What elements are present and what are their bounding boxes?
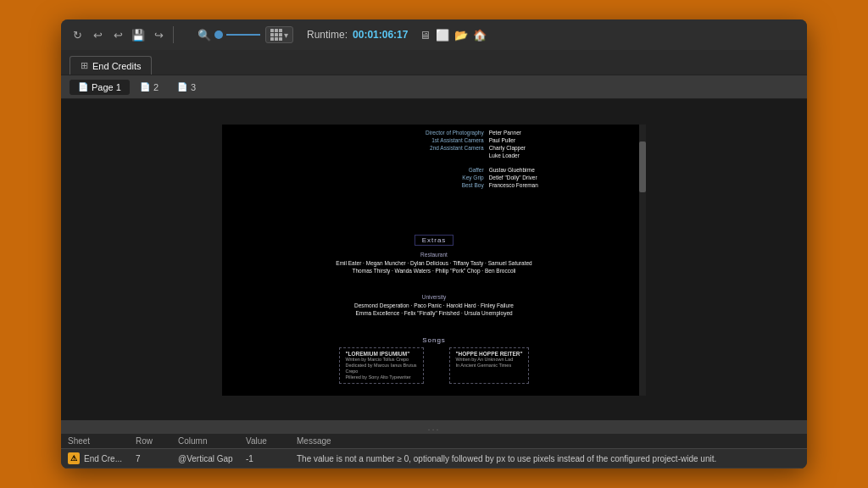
- save-icon[interactable]: 💾: [131, 27, 146, 42]
- bestboy-value: Francesco Foreman: [489, 181, 538, 189]
- scrollbar-thumb[interactable]: [639, 141, 646, 192]
- bestboy-label: Best Boy: [426, 181, 489, 189]
- divider-1: [173, 26, 174, 43]
- grid-icon: [270, 29, 282, 41]
- page1-label: Page 1: [92, 82, 121, 92]
- app-window: ↻ ↩ ↩ 💾 ↪ 🔍 ▾ Runtime: 00:01:06:17 🖥 ⬜ 📂…: [61, 19, 807, 469]
- redo-icon[interactable]: ↪: [151, 27, 166, 42]
- bottom-dots-bar: ...: [61, 420, 807, 434]
- refresh-icon[interactable]: ↻: [70, 27, 85, 42]
- page2-label: 2: [153, 82, 159, 92]
- song2-title: "HOPPE HOPPE REITER": [455, 351, 522, 357]
- validation-table: Sheet Row Column Value Message ⚠ End Cre…: [61, 434, 807, 469]
- tab-bar: ⊞ End Credits: [61, 50, 807, 75]
- university-names-2: Emma Excellence · Felix "Finally" Finish…: [222, 309, 646, 318]
- 2ac-label: 2nd Assistant Camera: [426, 144, 489, 152]
- toolbar: ↻ ↩ ↩ 💾 ↪ 🔍 ▾ Runtime: 00:01:06:17 🖥 ⬜ 📂…: [61, 19, 807, 50]
- page-tab-1[interactable]: 📄 Page 1: [70, 80, 130, 95]
- dop-label: Director of Photography: [426, 129, 489, 136]
- dop-value: Peter Panner: [489, 129, 538, 136]
- restaurant-names-2: Thomas Thirsty · Wanda Waters · Philip "…: [222, 267, 646, 275]
- toolbar-right-icons: 🖥 ⬜ 📂 🏠: [420, 29, 487, 42]
- warning-cell: ⚠ End Cre...: [68, 452, 136, 464]
- restaurant-heading: Restaurant: [222, 252, 646, 258]
- song2-line1: Written by An Unknown Lad: [455, 357, 522, 363]
- search-icon[interactable]: 🔍: [198, 29, 211, 42]
- song-2: "HOPPE HOPPE REITER" Written by An Unkno…: [449, 347, 528, 385]
- loader-value: Luke Loader: [489, 152, 538, 159]
- top-credits-table: Director of Photography Peter Panner 1st…: [426, 129, 538, 190]
- monitor-icon[interactable]: 🖥: [420, 29, 431, 42]
- song1-line2: Dedicated by Marcus Ianus Brutus Crepo: [345, 363, 418, 374]
- validation-row[interactable]: ⚠ End Cre... 7 @Vertical Gap -1 The valu…: [61, 449, 807, 469]
- val-value: -1: [246, 454, 297, 463]
- val-row-number: 7: [136, 454, 178, 463]
- dots-text: ...: [427, 422, 440, 432]
- song-1: "LOREMIUM IPSUMIUM" Written by Marcio To…: [339, 347, 424, 385]
- validation-header: Sheet Row Column Value Message: [61, 434, 807, 449]
- page3-label: 3: [191, 82, 196, 92]
- warning-icon: ⚠: [68, 452, 80, 464]
- university-heading: University: [222, 294, 646, 300]
- gaffer-value: Gustav Gluehbirne: [489, 166, 538, 174]
- tab-icon: ⊞: [81, 60, 88, 71]
- runtime-value: 00:01:06:17: [353, 29, 408, 41]
- song1-line3: Pillered by Sony Alto Typewriter: [345, 374, 418, 380]
- extras-section: Extras Restaurant Emil Eater · Megan Mun…: [222, 235, 646, 276]
- page-tabs: 📄 Page 1 📄 2 📄 3: [61, 75, 807, 99]
- val-message: The value is not a number ≥ 0, optionall…: [297, 454, 800, 463]
- val-sheet: End Cre...: [84, 454, 122, 463]
- loader-label: [426, 152, 489, 159]
- main-area: Director of Photography Peter Panner 1st…: [61, 99, 807, 469]
- header-column: Column: [178, 436, 246, 446]
- songs-section: Songs "LOREMIUM IPSUMIUM" Written by Mar…: [222, 336, 646, 385]
- canvas-preview[interactable]: Director of Photography Peter Panner 1st…: [61, 99, 807, 420]
- page2-icon: 📄: [140, 82, 150, 92]
- credits-canvas: Director of Photography Peter Panner 1st…: [222, 125, 646, 396]
- tab-label: End Credits: [92, 61, 141, 71]
- header-sheet: Sheet: [68, 436, 136, 446]
- extras-heading: Extras: [415, 235, 454, 246]
- songs-items: "LOREMIUM IPSUMIUM" Written by Marcio To…: [222, 347, 646, 385]
- view-grid-button[interactable]: ▾: [265, 26, 293, 43]
- songs-heading: Songs: [222, 336, 646, 344]
- restaurant-names-1: Emil Eater · Megan Muncher · Dylan Delic…: [222, 259, 646, 268]
- frame-icon[interactable]: ⬜: [436, 29, 449, 42]
- song1-line1: Written by Marcio Tollus Crepo: [345, 357, 418, 363]
- 2ac-value: Charly Clapper: [489, 144, 538, 152]
- gaffer-label: Gaffer: [426, 166, 489, 174]
- page3-icon: 📄: [177, 82, 187, 92]
- header-message: Message: [297, 436, 800, 446]
- page1-icon: 📄: [78, 82, 88, 92]
- keygrip-value: Detlef "Dolly" Driver: [489, 174, 538, 181]
- search-line: [226, 34, 260, 36]
- search-area: 🔍: [198, 29, 260, 42]
- university-section: University Desmond Desperation · Paco Pa…: [222, 294, 646, 319]
- chevron-down-icon: ▾: [284, 30, 288, 40]
- runtime-label: Runtime:: [307, 29, 348, 41]
- page-tab-2[interactable]: 📄 2: [131, 80, 167, 95]
- undo-icon[interactable]: ↩: [90, 27, 105, 42]
- 1ac-value: Paul Puller: [489, 136, 538, 144]
- university-names-1: Desmond Desperation · Paco Panic · Harol…: [222, 302, 646, 310]
- search-dot: [214, 30, 223, 39]
- file-icon[interactable]: 📂: [454, 29, 468, 42]
- header-row: Row: [136, 436, 178, 446]
- page-tab-3[interactable]: 📄 3: [169, 80, 204, 95]
- tab-end-credits[interactable]: ⊞ End Credits: [70, 56, 152, 75]
- header-value: Value: [246, 436, 297, 446]
- home-icon[interactable]: 🏠: [473, 29, 487, 42]
- scrollbar-track[interactable]: [639, 125, 646, 396]
- keygrip-label: Key Grip: [426, 174, 489, 181]
- undo2-icon[interactable]: ↩: [110, 27, 125, 42]
- song1-title: "LOREMIUM IPSUMIUM": [345, 351, 418, 357]
- val-column: @Vertical Gap: [178, 454, 246, 463]
- song2-line2: In Ancient Germanic Times: [455, 363, 522, 369]
- 1ac-label: 1st Assistant Camera: [426, 136, 489, 144]
